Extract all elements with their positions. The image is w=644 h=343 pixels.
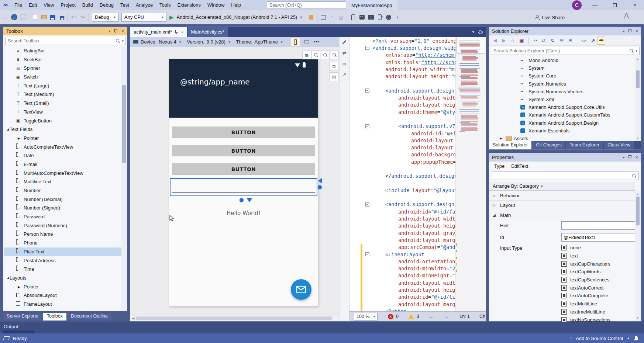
next-issue-icon[interactable]: → [444, 313, 450, 320]
menu-item[interactable]: Extensions [174, 0, 204, 10]
android-button-1[interactable]: BUTTON [172, 127, 315, 138]
checkbox-icon[interactable] [561, 293, 567, 298]
solution-tree-item[interactable]: System [489, 64, 635, 72]
fold-collapse-icon[interactable]: − [365, 124, 369, 128]
menu-item[interactable]: View [40, 0, 57, 10]
warning-count[interactable]: 3 [417, 314, 419, 319]
designer-more-options[interactable]: ••• [314, 39, 320, 45]
close-button[interactable]: × [626, 0, 643, 10]
android-button-3[interactable]: BUTTON [172, 163, 315, 175]
designer-canvas[interactable]: @string/app_name BUTTON BUTTON BUTTON [130, 47, 339, 315]
editor-zoom-dropdown[interactable]: 100 %▾ [354, 313, 378, 321]
toolbox-item[interactable]: ◢ AbsoluteLayout [4, 291, 122, 300]
checkbox-icon[interactable] [561, 261, 567, 267]
back-icon[interactable]: ◀ [491, 37, 499, 45]
portrait-orientation-button[interactable] [291, 38, 300, 46]
panel-tab[interactable]: Solution Explorer [489, 141, 531, 149]
switch-views-icon[interactable]: ▣ [518, 37, 526, 45]
code-line[interactable]: − <Button [349, 308, 455, 311]
code-line[interactable]: − <include layout="@layout [349, 187, 455, 194]
preview-selected-items-icon[interactable]: ⊞ [566, 37, 574, 45]
code-line[interactable]: − app:srcCompat="@andro [349, 244, 455, 251]
solution-tree-item[interactable]: ▶ Assets [489, 135, 635, 141]
minimize-button[interactable]: — [586, 0, 603, 10]
code-line[interactable]: − android:layout_width [349, 215, 455, 222]
code-line[interactable]: − </android.support.design [349, 173, 455, 180]
toolbox-item[interactable]: ◢ GridLayout [4, 309, 122, 311]
checkbox-icon[interactable] [561, 253, 567, 259]
chevron-up-icon[interactable]: ▲ [627, 336, 630, 340]
toolbox-item[interactable]: ◢ TextView [4, 108, 122, 117]
checkbox-icon[interactable] [561, 309, 567, 315]
scroll-up-icon[interactable]: ▲ [635, 191, 641, 196]
panel-menu-icon[interactable]: ▾ [623, 156, 625, 159]
solution-tree-item[interactable]: System.Xml [489, 96, 635, 103]
toolbox-item[interactable]: ◢ Spinner [4, 64, 122, 73]
id-input[interactable] [561, 233, 635, 242]
toolbar-overflow-icon[interactable]: ▾ [393, 13, 402, 22]
editor-options-gear-icon[interactable] [478, 30, 483, 35]
resize-canvas-icon[interactable]: ⊡ [330, 62, 338, 71]
attach-process-icon[interactable] [307, 13, 316, 22]
toolbox-item[interactable]: ◢ Pointer [4, 283, 122, 291]
code-line[interactable]: − [349, 115, 455, 122]
code-line[interactable]: − android:id="@+id/lin [349, 294, 455, 301]
menu-item[interactable]: Debug [96, 0, 117, 10]
scroll-down-icon[interactable]: ▼ [635, 316, 641, 320]
pending-changes-filter-icon[interactable]: ◔▾ [531, 37, 539, 45]
swap-view-icon[interactable]: ⇄ [342, 50, 347, 56]
quick-search-input[interactable] [267, 3, 355, 8]
toolbox-item[interactable]: ◢ Number (Signed) [4, 204, 122, 212]
code-line[interactable]: − [349, 80, 455, 87]
notifications-bell-icon[interactable] [634, 336, 639, 341]
save-all-button[interactable] [57, 13, 66, 22]
undo-button[interactable]: ↶▾ [69, 13, 78, 22]
code-line[interactable]: − [349, 180, 455, 187]
arrange-by-bar[interactable]: Arrange By: Category▾ [489, 182, 635, 191]
toolbox-item[interactable]: ◢ Person Name [4, 230, 122, 239]
code-line[interactable]: − android:minHeight="2 [349, 272, 455, 279]
grid-toggle-icon[interactable]: ▦ [302, 51, 311, 59]
toolbox-search-box[interactable]: ▾ [5, 37, 126, 45]
edittext-anchor-arrow[interactable] [318, 178, 322, 184]
code-line[interactable]: − android:layout_gravit [349, 229, 455, 236]
solution-tree-item[interactable]: Xamarin.Android.Support.Design [489, 119, 635, 127]
code-line[interactable]: − android:layout_height [349, 222, 455, 229]
toolbox-scrollbar-thumb[interactable] [122, 85, 126, 163]
zoom-fit-icon[interactable] [311, 51, 320, 59]
toolbox-item[interactable]: ◢ Time [4, 265, 122, 274]
image-editor-icon[interactable] [319, 13, 328, 22]
code-line[interactable]: − android:layout_height [349, 101, 455, 108]
dock-tab[interactable]: Document Outline [67, 313, 111, 321]
android-button-2[interactable]: BUTTON [172, 145, 315, 156]
deploy-phone-icon[interactable] [349, 13, 358, 22]
fold-collapse-icon[interactable]: − [365, 89, 369, 93]
toolbox-item[interactable]: ◢ SeekBar [4, 55, 122, 64]
scrollbar-thumb[interactable] [636, 70, 640, 88]
device-value[interactable]: Nexus 4 [159, 39, 176, 45]
code-line[interactable]: − android:id="@+id/ [349, 130, 455, 137]
code-line[interactable]: − xmlns:app="http://schemas [349, 52, 455, 59]
input-type-option[interactable]: textAutoComplete [561, 292, 610, 300]
menu-item[interactable]: Window [204, 0, 228, 10]
dock-tab[interactable]: Toolbox [43, 313, 66, 321]
panel-tab[interactable]: Git Changes [532, 141, 565, 149]
menu-item[interactable]: Edit [25, 0, 40, 10]
toolbox-item[interactable]: ◢ Switch [4, 73, 122, 82]
save-button[interactable] [48, 13, 57, 22]
properties-scrollbar[interactable]: ▲ ▼ [635, 191, 641, 321]
toolbox-item[interactable]: ◢ Pointer [4, 134, 122, 143]
solution-tree-item[interactable]: Mono.Android [489, 56, 635, 64]
solution-tree-item[interactable]: Xamarin.Essentials [489, 127, 635, 135]
code-line[interactable]: − <android.support.design.widge [349, 44, 455, 51]
code-line[interactable]: − android:layout_width="mat [349, 66, 455, 73]
toolbox-item[interactable]: ◢ Postal Address [4, 256, 122, 265]
android-device-manager-icon[interactable] [358, 13, 366, 22]
edittext-handle-triangle[interactable] [247, 198, 252, 202]
code-line[interactable]: − android:minWidth="25d [349, 265, 455, 272]
code-line[interactable]: − android:backgroun [349, 151, 455, 158]
selected-edittext[interactable] [170, 178, 317, 196]
page-icon[interactable]: ▤ [330, 72, 338, 81]
section-layout[interactable]: ▷ Layout [489, 201, 635, 210]
code-area[interactable]: − <?xml version="1.0" encoding − <androi… [349, 37, 455, 311]
